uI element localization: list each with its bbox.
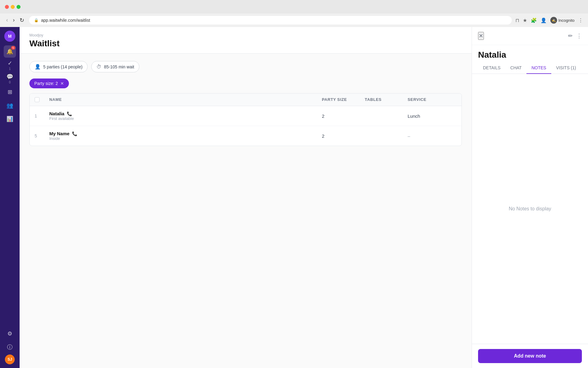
sidebar-org-avatar[interactable]: M	[4, 31, 15, 42]
app-container: M 🔔 5 ✓ 1 💬 0 ⊞ 👥 📊 ⚙	[0, 27, 588, 368]
table-row[interactable]: 5 My Name 📞 Inside 2 –	[30, 126, 462, 146]
sidebar-item-users[interactable]: 👥	[4, 99, 16, 112]
notification-badge: 5	[11, 46, 15, 50]
browser-titlebar	[0, 0, 588, 13]
browser-chrome: ‹ › ↻ 🔒 app.waitwhile.com/waitlist ⊓ ★ 🧩…	[0, 0, 588, 27]
edit-button[interactable]: ✏	[568, 33, 573, 39]
analytics-icon: 📊	[6, 116, 13, 122]
extension-icon[interactable]: 🧩	[531, 17, 537, 23]
forward-button[interactable]: ›	[12, 16, 16, 24]
sidebar-item-chat[interactable]: 💬 0	[4, 72, 16, 85]
customer-sub: Inside	[49, 136, 322, 141]
bookmark-icon[interactable]: ★	[523, 17, 527, 23]
col-tables: Tables	[365, 97, 408, 102]
page-header: Moodjoy Waitlist	[20, 27, 472, 54]
sidebar-item-notifications[interactable]: 🔔 5	[4, 45, 16, 58]
filter-bar: Party size: 2 ✕	[29, 79, 462, 88]
check-icon: ✓	[8, 60, 12, 67]
parties-stat: 👤 5 parties (14 people)	[29, 61, 88, 72]
col-party-size: Party size	[322, 97, 365, 102]
remove-filter-icon[interactable]: ✕	[60, 81, 64, 86]
main-content: Moodjoy Waitlist 👤 5 parties (14 people)…	[20, 27, 472, 368]
panel-tabs: DETAILS CHAT NOTES VISITS (1)	[472, 62, 588, 74]
wait-icon: ⏱	[96, 64, 101, 70]
phone-icon: 📞	[72, 131, 77, 136]
empty-notes-message: No Notes to display	[509, 206, 551, 212]
browser-addressbar: ‹ › ↻ 🔒 app.waitwhile.com/waitlist ⊓ ★ 🧩…	[0, 13, 588, 27]
service-value: –	[408, 133, 457, 139]
breadcrumb: Moodjoy	[29, 33, 462, 37]
chat-icon: 💬	[6, 73, 13, 80]
sidebar-bottom: ⚙ ⓘ SJ	[4, 328, 16, 364]
sidebar-item-grid[interactable]: ⊞	[4, 86, 16, 98]
tab-notes[interactable]: NOTES	[526, 62, 551, 74]
sidebar-item-settings[interactable]: ⚙	[4, 328, 16, 340]
customer-name: My Name	[49, 131, 70, 136]
sidebar-item-waitlist[interactable]: ✓ 1	[4, 59, 16, 71]
right-panel: ✕ ✏ ⋮ Natalia DETAILS CHAT NOTES VISITS …	[472, 27, 588, 368]
grid-icon: ⊞	[8, 89, 12, 95]
sidebar-item-help[interactable]: ⓘ	[4, 341, 16, 353]
table-header: Name Party size Tables Service	[30, 94, 462, 106]
stats-bar: 👤 5 parties (14 people) ⏱ 85-105 min wai…	[29, 61, 462, 72]
customer-name: Natalia	[49, 111, 64, 116]
tab-chat[interactable]: CHAT	[505, 62, 526, 74]
chat-count: 0	[9, 81, 11, 84]
name-row: Natalia 📞	[49, 111, 322, 116]
parties-icon: 👤	[35, 64, 41, 70]
panel-content: No Notes to display	[472, 74, 588, 344]
party-size: 2	[322, 113, 365, 119]
panel-actions: ✏ ⋮	[568, 33, 582, 39]
tab-details[interactable]: DETAILS	[478, 62, 505, 74]
maximize-traffic-light[interactable]	[17, 5, 21, 9]
party-size: 2	[322, 133, 365, 139]
panel-footer: Add new note	[472, 344, 588, 368]
waitlist-table: Name Party size Tables Service 1 Natalia…	[29, 93, 462, 146]
wait-label: 85-105 min wait	[104, 64, 134, 69]
nav-buttons: ‹ › ↻	[5, 16, 25, 24]
col-name: Name	[49, 97, 322, 102]
sidebar-item-analytics[interactable]: 📊	[4, 113, 16, 125]
menu-icon[interactable]: ⋮	[578, 17, 583, 23]
more-options-button[interactable]: ⋮	[576, 33, 582, 39]
lock-icon: 🔒	[34, 18, 39, 22]
incognito-icon: 🕵	[550, 17, 557, 24]
waitlist-body: 👤 5 parties (14 people) ⏱ 85-105 min wai…	[20, 54, 472, 368]
traffic-lights	[5, 5, 21, 9]
url-text: app.waitwhile.com/waitlist	[41, 18, 90, 23]
panel-close-button[interactable]: ✕	[478, 32, 484, 40]
select-all-checkbox[interactable]	[35, 97, 40, 102]
filter-label: Party size: 2	[34, 81, 58, 86]
party-size-filter[interactable]: Party size: 2 ✕	[29, 79, 69, 88]
close-traffic-light[interactable]	[5, 5, 9, 9]
name-cell: Natalia 📞 First available	[49, 111, 322, 121]
col-checkbox	[35, 97, 49, 102]
sidebar-user-avatar[interactable]: SJ	[5, 355, 15, 364]
reload-button[interactable]: ↻	[18, 16, 25, 24]
help-icon: ⓘ	[7, 343, 13, 351]
add-note-button[interactable]: Add new note	[478, 349, 582, 363]
sidebar: M 🔔 5 ✓ 1 💬 0 ⊞ 👥 📊 ⚙	[0, 27, 20, 368]
table-row[interactable]: 1 Natalia 📞 First available 2 Lunch	[30, 106, 462, 126]
profile-icon[interactable]: 👤	[541, 17, 547, 23]
waitlist-count: 1	[9, 67, 11, 71]
row-number: 1	[35, 113, 49, 118]
minimize-traffic-light[interactable]	[11, 5, 15, 9]
users-icon: 👥	[6, 102, 13, 109]
phone-icon: 📞	[67, 111, 72, 116]
parties-label: 5 parties (14 people)	[43, 64, 82, 69]
page-title: Waitlist	[29, 39, 462, 48]
name-row: My Name 📞	[49, 131, 322, 136]
back-button[interactable]: ‹	[5, 16, 9, 24]
settings-icon: ⚙	[7, 330, 12, 337]
cast-icon[interactable]: ⊓	[515, 17, 519, 23]
name-cell: My Name 📞 Inside	[49, 131, 322, 141]
address-bar[interactable]: 🔒 app.waitwhile.com/waitlist	[29, 16, 512, 25]
row-number: 5	[35, 133, 49, 138]
browser-actions: ⊓ ★ 🧩 👤 🕵 Incognito ⋮	[515, 17, 583, 24]
customer-sub: First available	[49, 116, 322, 121]
col-service: Service	[408, 97, 457, 102]
panel-header: ✕ ✏ ⋮	[472, 27, 588, 45]
incognito-badge: 🕵 Incognito	[550, 17, 575, 24]
tab-visits[interactable]: VISITS (1)	[551, 62, 581, 74]
